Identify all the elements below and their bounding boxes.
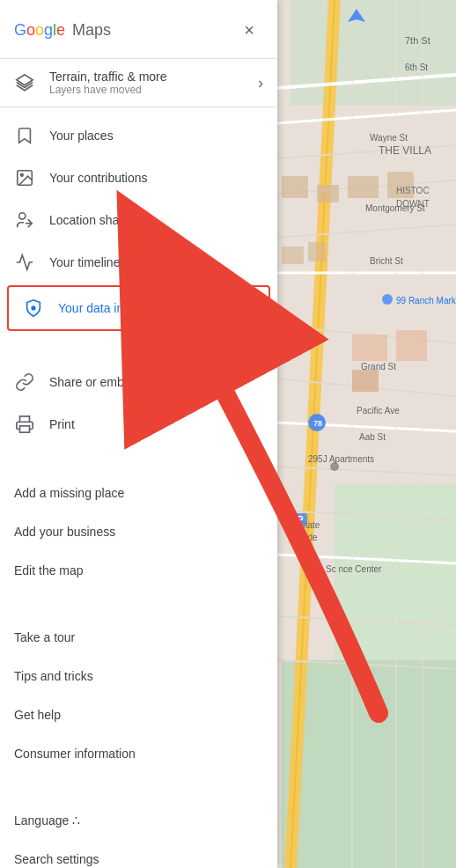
svg-rect-29	[352, 370, 379, 392]
svg-text:HISTOC: HISTOC	[396, 186, 430, 195]
svg-rect-3	[282, 660, 456, 868]
svg-text:Sc nce Center: Sc nce Center	[326, 564, 382, 574]
location-sharing-label: Location sharing	[49, 213, 140, 227]
take-a-tour-label: Take a tour	[14, 630, 75, 644]
get-help-label: Get help	[14, 708, 61, 722]
svg-rect-27	[352, 335, 387, 361]
utility-menu-section: Share or embed map Print	[0, 354, 277, 452]
svg-text:P: P	[298, 515, 304, 525]
contributions-icon	[14, 167, 35, 188]
sidebar-item-tips-and-tricks[interactable]: Tips and tricks	[0, 657, 277, 695]
layers-icon	[14, 72, 35, 93]
sidebar-item-location-sharing[interactable]: Location sharing	[0, 199, 277, 241]
svg-point-41	[382, 294, 393, 305]
svg-rect-23	[348, 176, 379, 198]
sidebar-panel: Google Maps × Terrain, traffic & more La…	[0, 0, 277, 868]
add-missing-place-label: Add a missing place	[14, 486, 124, 500]
logo-text: Google	[14, 21, 65, 40]
svg-text:Wayne St: Wayne St	[370, 133, 408, 143]
sidebar-item-share-embed[interactable]: Share or embed map	[0, 361, 277, 403]
consumer-information-label: Consumer information	[14, 747, 136, 761]
sidebar-item-add-missing-place[interactable]: Add a missing place	[0, 474, 277, 512]
sidebar-item-consumer-information[interactable]: Consumer information	[0, 734, 277, 773]
svg-text:7th St: 7th St	[405, 35, 430, 46]
svg-rect-25	[282, 246, 304, 264]
your-places-label: Your places	[49, 129, 114, 143]
svg-rect-22	[317, 185, 339, 202]
print-label: Print	[49, 417, 75, 431]
link-icon	[14, 371, 35, 393]
language-label: Language	[14, 813, 69, 828]
logo-maps-text: Maps	[72, 21, 111, 40]
svg-text:THE VILLA: THE VILLA	[379, 144, 431, 157]
plain-menu-section-top: Add a missing place Add your business Ed…	[0, 467, 277, 597]
terrain-title: Terrain, traffic & more	[49, 70, 244, 84]
svg-rect-28	[396, 330, 427, 361]
edit-the-map-label: Edit the map	[14, 563, 84, 577]
plain-menu-section-bottom: Take a tour Tips and tricks Get help Con…	[0, 611, 277, 780]
sidebar-item-search-settings[interactable]: Search settings	[0, 840, 277, 868]
sidebar-header: Google Maps ×	[0, 0, 277, 59]
terrain-traffic-item[interactable]: Terrain, traffic & more Layers have move…	[0, 59, 277, 107]
sidebar-item-your-places[interactable]: Your places	[0, 114, 277, 157]
location-sharing-icon	[14, 210, 35, 231]
svg-text:Aab St: Aab St	[359, 432, 386, 442]
svg-point-55	[20, 173, 23, 176]
print-icon	[14, 414, 35, 435]
sidebar-item-get-help[interactable]: Get help	[0, 695, 277, 734]
sidebar-item-your-contributions[interactable]: Your contributions	[0, 157, 277, 199]
sidebar-item-language[interactable]: Language ∴	[0, 801, 277, 840]
your-contributions-label: Your contributions	[49, 171, 148, 185]
tips-and-tricks-label: Tips and tricks	[14, 669, 93, 683]
sidebar-item-your-timeline[interactable]: Your timeline	[0, 241, 277, 283]
timeline-icon	[14, 252, 35, 273]
svg-point-56	[19, 213, 26, 219]
your-data-in-maps-label: Your data in Maps	[58, 301, 157, 315]
svg-text:DOWNT: DOWNT	[396, 199, 430, 209]
sidebar-item-add-your-business[interactable]: Add your business	[0, 512, 277, 551]
svg-rect-21	[282, 176, 308, 198]
close-button[interactable]: ×	[235, 16, 263, 44]
main-menu-section: Your places Your contributions	[0, 107, 277, 340]
sidebar-item-print[interactable]: Print	[0, 403, 277, 445]
terrain-arrow-icon: ›	[258, 74, 263, 92]
svg-text:Pacific Ave: Pacific Ave	[357, 406, 400, 416]
language-icon: ∴	[72, 813, 80, 828]
bookmark-icon	[14, 125, 35, 146]
svg-rect-26	[308, 242, 326, 261]
svg-text:Bricht St: Bricht St	[370, 256, 403, 266]
svg-text:Grand St: Grand St	[361, 362, 396, 371]
svg-text:Ride: Ride	[299, 533, 318, 542]
sidebar-item-take-a-tour[interactable]: Take a tour	[0, 618, 277, 657]
svg-text:99 Ranch Market: 99 Ranch Market	[396, 296, 456, 305]
google-maps-logo: Google Maps	[14, 21, 111, 40]
sidebar-item-your-data-in-maps[interactable]: Your data in Maps	[7, 285, 270, 331]
terrain-subtitle: Layers have moved	[49, 84, 244, 96]
svg-rect-58	[20, 426, 30, 432]
shield-icon	[23, 298, 44, 319]
add-your-business-label: Add your business	[14, 525, 115, 539]
svg-text:6th St: 6th St	[405, 63, 428, 72]
share-embed-label: Share or embed map	[49, 375, 165, 389]
sidebar-item-edit-the-map[interactable]: Edit the map	[0, 551, 277, 590]
your-timeline-label: Your timeline	[49, 255, 120, 269]
svg-rect-1	[291, 0, 456, 106]
svg-text:295J Apartments: 295J Apartments	[308, 454, 374, 464]
plain-menu-section-last: Language ∴ Search settings Maps activity	[0, 794, 277, 868]
svg-text:78: 78	[313, 419, 322, 428]
svg-point-57	[32, 306, 35, 310]
search-settings-label: Search settings	[14, 852, 99, 866]
